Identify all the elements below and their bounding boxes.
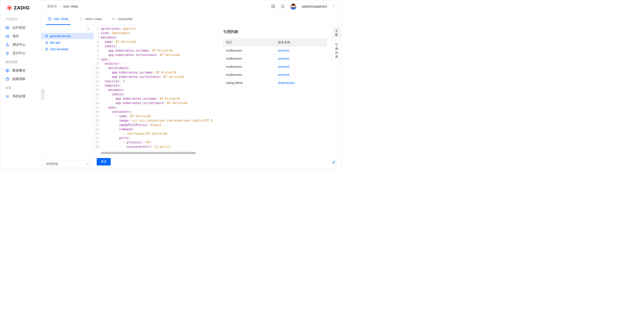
- sidebar-item[interactable]: 测试中心: [0, 40, 41, 49]
- avatar[interactable]: [290, 3, 296, 9]
- right-panel-title: 引用列表: [223, 29, 327, 34]
- file-icon: [45, 34, 48, 37]
- side-tab[interactable]: 变量: [332, 27, 341, 39]
- breadcrumb-root[interactable]: 模板库: [47, 4, 57, 8]
- file-icon: [45, 48, 48, 51]
- template-list-panel: + general-servicek8s-tpl2vote-template: [41, 25, 94, 169]
- sidebar-item[interactable]: PM项目: [0, 32, 41, 40]
- helm-icon: [79, 17, 83, 21]
- template-item-label: k8s-tpl2: [50, 41, 60, 44]
- sidebar-item-label: 交付中心: [12, 51, 26, 55]
- ref-project-cell: multiservice: [223, 63, 276, 71]
- ref-project-cell: voting-demo: [223, 79, 276, 87]
- ref-project-cell: mutliservice: [223, 55, 276, 63]
- flask-icon: [6, 43, 10, 47]
- template-item[interactable]: general-service: [41, 33, 94, 39]
- add-template-button[interactable]: +: [86, 27, 91, 31]
- ref-service-link[interactable]: downstream: [278, 81, 295, 85]
- yaml-editor[interactable]: 1 2 3 4 5 6 7 8 9 10 11 12 13 14 15 16 1…: [96, 27, 216, 154]
- template-item-label: vote-template: [50, 47, 68, 51]
- sidebar-section-title: 数据视图: [0, 57, 41, 66]
- sidebar-item-label: 测试中心: [12, 43, 26, 47]
- sidebar-item[interactable]: 数据概览: [0, 66, 41, 75]
- ref-service-link[interactable]: service2: [278, 57, 290, 60]
- docker-icon: [112, 17, 116, 21]
- template-search-input[interactable]: [44, 160, 91, 167]
- ref-service-link[interactable]: service3: [278, 65, 290, 68]
- sidebar-item[interactable]: 运行状态: [0, 23, 41, 32]
- sidebar-item[interactable]: 系统设置: [0, 92, 41, 100]
- share-link-button[interactable]: [330, 159, 337, 165]
- logo[interactable]: ZADIG: [0, 2, 41, 15]
- table-row: multiserviceservice3: [223, 63, 327, 71]
- tab-helm-chart[interactable]: Helm Chart: [77, 13, 104, 25]
- table-row: mutliserviceservice2: [223, 55, 327, 63]
- svg-text:PM: PM: [6, 36, 8, 37]
- topbar: 模板库 > K8s YAML aadmin(aadmin): [41, 0, 341, 13]
- table-row: multiserviceservice4: [223, 71, 327, 79]
- svg-point-12: [49, 18, 50, 19]
- svg-rect-17: [113, 18, 114, 18]
- docs-icon[interactable]: [271, 4, 276, 9]
- sidebar-item[interactable]: 效能洞察: [0, 75, 41, 83]
- sidebar-item-label: 系统设置: [12, 94, 26, 98]
- logo-icon: [7, 5, 12, 10]
- template-item[interactable]: vote-template: [41, 46, 94, 52]
- template-item[interactable]: k8s-tpl2: [41, 39, 94, 46]
- monitor-icon: [6, 69, 10, 72]
- tab-label: K8s YAML: [54, 17, 69, 21]
- username[interactable]: aadmin(aadmin): [302, 4, 327, 8]
- heartbeat-icon: [6, 26, 10, 30]
- sidebar-item[interactable]: 交付中心: [0, 49, 41, 57]
- sidebar-item-label: 项目: [12, 34, 19, 38]
- tab-dockerfile[interactable]: Dockerfile: [110, 13, 134, 25]
- svg-point-7: [7, 96, 8, 97]
- table-row: voting-demodownstream: [223, 79, 327, 87]
- sidebar: ZADIG 产品交付运行状态PM项目测试中心交付中心数据视图数据概览效能洞察设置…: [0, 0, 41, 169]
- reference-table: 项目 服务名称 mutliserviceservice1mutliservice…: [223, 38, 327, 87]
- sidebar-item-label: 数据概览: [12, 68, 26, 72]
- side-tab[interactable]: 引用列表: [332, 40, 341, 61]
- template-item-label: general-service: [50, 34, 71, 38]
- k8s-icon: [48, 17, 52, 21]
- sidebar-collapse-handle[interactable]: [41, 89, 44, 100]
- breadcrumb-sep: >: [59, 4, 61, 8]
- svg-point-13: [80, 18, 82, 20]
- ref-col-project: 项目: [223, 38, 276, 46]
- project-icon: PM: [6, 34, 10, 38]
- tab-label: Helm Chart: [85, 17, 102, 21]
- svg-point-8: [333, 4, 334, 5]
- logo-text: ZADIG: [14, 5, 30, 11]
- file-icon: [45, 41, 48, 44]
- sidebar-item-label: 效能洞察: [12, 77, 26, 81]
- breadcrumb-current: K8s YAML: [64, 4, 78, 8]
- table-row: mutliserviceservice1: [223, 46, 327, 55]
- right-panel: 引用列表 项目 服务名称 mutliserviceservice1mutlise…: [218, 25, 341, 169]
- sidebar-item-label: 运行状态: [12, 25, 26, 30]
- more-icon[interactable]: [332, 3, 335, 9]
- ref-col-service: 服务名称: [276, 38, 327, 46]
- editor-panel: 1 2 3 4 5 6 7 8 9 10 11 12 13 14 15 16 1…: [94, 25, 218, 169]
- bell-icon[interactable]: [281, 4, 285, 9]
- gear-icon: [6, 94, 10, 98]
- tab-label: Dockerfile: [118, 17, 132, 21]
- svg-point-10: [333, 7, 334, 8]
- pie-icon: [6, 77, 10, 81]
- breadcrumb: 模板库 > K8s YAML: [47, 4, 78, 8]
- template-type-tabs: K8s YAMLHelm ChartDockerfile: [41, 13, 341, 25]
- editor-hscrollbar[interactable]: [100, 152, 216, 154]
- svg-point-9: [333, 6, 334, 6]
- svg-marker-1: [8, 6, 11, 9]
- tab-k8s-yaml[interactable]: K8s YAML: [46, 13, 71, 25]
- save-button[interactable]: 保存: [97, 158, 111, 165]
- ref-service-link[interactable]: service4: [278, 73, 290, 76]
- ref-project-cell: multiservice: [223, 71, 276, 79]
- ref-service-link[interactable]: service1: [278, 49, 290, 52]
- sidebar-section-title: 设置: [0, 83, 41, 92]
- hands-icon: [6, 51, 10, 55]
- ref-project-cell: mutliservice: [223, 46, 276, 55]
- sidebar-section-title: 产品交付: [0, 15, 41, 23]
